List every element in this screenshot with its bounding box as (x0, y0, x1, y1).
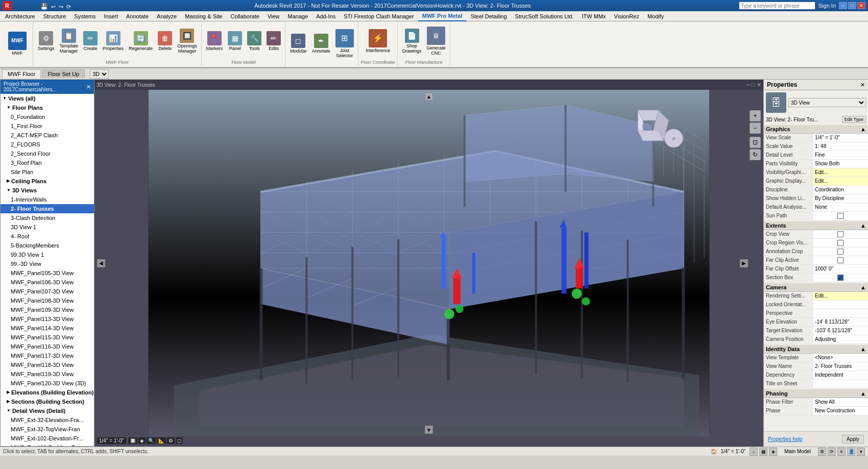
cropview-checkbox[interactable] (837, 231, 843, 237)
ribbon-btn-edits[interactable]: ✏ Edits (264, 30, 283, 53)
prop-value-graphicdisplay[interactable]: Edit... (812, 177, 868, 185)
prop-value-partsvisibility[interactable]: Show Both (812, 160, 868, 168)
bb-icon-settings[interactable]: ⚙ (818, 448, 826, 456)
pb-sub-sections[interactable]: ▶ Sections (Building Section) (1, 397, 94, 406)
pb-item-panel115[interactable]: MWF_Panel115-3D View (1, 333, 94, 342)
menu-steel[interactable]: Steel Detailing (467, 11, 511, 21)
prop-value-showhidden[interactable]: By Discipline (812, 194, 868, 203)
prop-value-viewtemplate[interactable]: <None> (812, 354, 868, 362)
cropregion-checkbox[interactable] (837, 240, 843, 246)
prop-value-cameraposition[interactable]: Adjusting (812, 335, 868, 343)
viewport-maximize[interactable]: □ (752, 82, 755, 88)
viewport-arrow-left[interactable]: ◀ (97, 259, 105, 267)
properties-help-link[interactable]: Properties help (766, 435, 804, 443)
prop-value-cropview[interactable] (812, 230, 868, 238)
bb-icon-house[interactable]: ⌂ (750, 448, 758, 456)
prop-value-phasefilter[interactable]: Show All (812, 398, 868, 406)
pb-item-panel118[interactable]: MWF_Panel118-3D View (1, 360, 94, 369)
prop-section-camera[interactable]: Camera ▲ (764, 283, 868, 292)
ribbon-btn-panel[interactable]: ▦ Panel (226, 30, 244, 53)
viewport-close[interactable]: ✕ (757, 82, 761, 88)
pb-sub-ceilingplans[interactable]: ▶ Ceiling Plans (1, 177, 94, 186)
prop-value-dependency[interactable]: Independent (812, 371, 868, 379)
scale-display[interactable]: 1/4" = 1'-0" (97, 437, 126, 444)
prop-view-type-select[interactable]: 3D View (788, 98, 866, 107)
prop-value-targetelevation[interactable]: -103' 6 121/128" (812, 327, 868, 335)
view-icon-2[interactable]: ◈ (138, 437, 146, 444)
ribbon-btn-properties[interactable]: 📊 Properties (101, 30, 126, 53)
prop-value-renderingsetti[interactable]: Edit... (812, 292, 868, 300)
ribbon-btn-template[interactable]: 📋 TemplateManager (58, 28, 81, 55)
vc-zoom-in[interactable]: + (750, 110, 761, 121)
pb-item-clashdetection[interactable]: 3-Clash Detection (1, 213, 94, 223)
pb-sub-detailviews[interactable]: ▼ Detail Views (Detail) (1, 406, 94, 415)
prop-value-visibilitygraph[interactable]: Edit... (812, 168, 868, 177)
pb-item-firstfloor[interactable]: 1_First Floor (1, 121, 94, 131)
qat-undo[interactable]: ↩ (50, 4, 57, 10)
prop-value-eyeelevation[interactable]: -14' 8 113/128" (812, 318, 868, 326)
pb-item-actmep[interactable]: 2_ACT-MEP Clash (1, 131, 94, 140)
prop-section-phasing[interactable]: Phasing ▲ (764, 389, 868, 398)
bb-icon-more[interactable]: ▾ (857, 448, 865, 456)
prop-value-detaillevel[interactable]: Fine (812, 151, 868, 159)
pb-sub-elevations[interactable]: ▶ Elevations (Building Elevation) (1, 388, 94, 397)
prop-value-scalevalue[interactable]: 1: 48 (812, 142, 868, 151)
view-icon-6[interactable]: ◻ (176, 437, 183, 444)
pb-item-ext102elev[interactable]: MWF_Ext-102-Elevation-Fr... (1, 434, 94, 443)
prop-value-cropregion[interactable] (812, 239, 868, 247)
search-input[interactable] (739, 2, 815, 10)
prop-panel-close[interactable]: ✕ (860, 82, 865, 88)
pb-item-993dview1[interactable]: 99.3D View 1 (1, 250, 94, 259)
pb-item-4roof[interactable]: 4- Roof (1, 232, 94, 241)
sign-in[interactable]: Sign In (816, 3, 838, 9)
menu-architecture[interactable]: Architecture (1, 11, 39, 21)
pb-sub-floorplans[interactable]: ▼ Floor Plans (1, 103, 94, 112)
view-icon-1[interactable]: 🔲 (128, 437, 137, 444)
prop-value-titleonsheet[interactable] (812, 380, 868, 388)
view-icon-3[interactable]: 🔍 (147, 437, 156, 444)
menu-view[interactable]: View (263, 11, 284, 21)
sunpath-checkbox[interactable] (837, 213, 843, 219)
menu-manage[interactable]: Manage (284, 11, 312, 21)
viewport-arrow-bottom[interactable]: ▼ (425, 426, 433, 434)
prop-value-discipline[interactable]: Coordination (812, 186, 868, 194)
prop-value-sunpath[interactable] (812, 212, 868, 220)
apply-button[interactable]: Apply (842, 435, 864, 443)
bb-icon-user[interactable]: 👤 (847, 448, 855, 456)
menu-massing[interactable]: Massing & Site (181, 11, 226, 21)
pb-item-panel107[interactable]: MWF_Panel107-3D View (1, 287, 94, 296)
bb-icon-layers[interactable]: ≡ (837, 448, 846, 456)
viewport-arrow-right[interactable]: ▶ (740, 259, 748, 267)
pb-item-siteplan[interactable]: Site Plan (1, 167, 94, 177)
pb-item-foundation[interactable]: 0_Foundation (1, 112, 94, 121)
pb-item-panel106[interactable]: MWF_Panel106-3D View (1, 278, 94, 287)
pb-item-backingmembers[interactable]: 5-BackingMembers (1, 241, 94, 250)
bb-icon-sync[interactable]: ⟳ (828, 448, 836, 456)
qat-sync[interactable]: ⟳ (65, 4, 72, 10)
prop-value-phase[interactable]: New Construction (812, 407, 868, 415)
ribbon-btn-modular[interactable]: ◻ Modular (288, 33, 309, 55)
viewport-minimize[interactable]: ─ (746, 82, 751, 88)
pb-item-2floors[interactable]: 2_FLOORS (1, 140, 94, 149)
pb-close[interactable]: ✕ (86, 84, 91, 90)
menu-sti[interactable]: STI Firestop Clash Manager (340, 11, 418, 21)
maximize-button[interactable]: □ (848, 2, 856, 9)
ribbon-btn-settings[interactable]: ⚙ Settings (36, 30, 57, 53)
pb-item-panel108[interactable]: MWF_Panel108-3D View (1, 296, 94, 305)
pb-item-panel113[interactable]: MWF_Panel113-3D View (1, 314, 94, 324)
menu-analyze[interactable]: Analyze (153, 11, 181, 21)
pb-item-secondfloor[interactable]: 2_Second Floor (1, 149, 94, 158)
viewport[interactable]: 3D View: 2- Floor Trusses ─ □ ✕ (94, 80, 763, 447)
view-tab-floor-setup[interactable]: Floor Set Up (42, 69, 85, 78)
prop-value-viewname[interactable]: 2- Floor Trusses (812, 362, 868, 371)
bb-icon-cube[interactable]: ◈ (769, 448, 777, 456)
menu-systems[interactable]: Systems (70, 11, 100, 21)
prop-value-viewscale[interactable]: 1/4" = 1'-0" (812, 134, 868, 142)
qat-redo[interactable]: ↪ (58, 4, 64, 10)
pb-item-993dview[interactable]: 99.-3D View (1, 259, 94, 268)
prop-section-extents[interactable]: Extents ▲ (764, 221, 868, 230)
bb-icon-grid[interactable]: ▦ (759, 448, 767, 456)
pb-item-ext32elev[interactable]: MWF_Ext-32-Elevation-Fra... (1, 415, 94, 425)
pb-item-panel120[interactable]: MWF_Panel120-3D View (3D) (1, 379, 94, 388)
pb-item-3dview1[interactable]: 3D View 1 (1, 223, 94, 232)
